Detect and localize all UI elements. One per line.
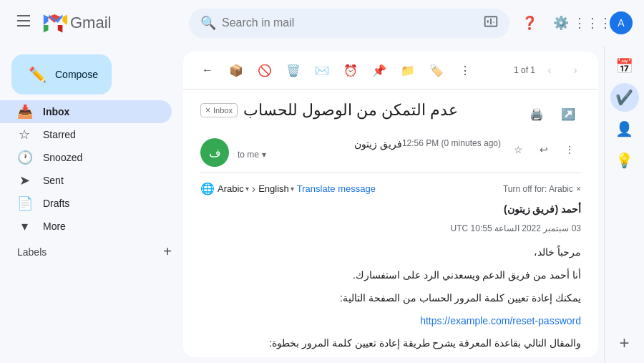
drafts-icon: 📄 — [17, 195, 31, 211]
sidebar-item-label: Drafts — [43, 198, 160, 209]
clock-button[interactable]: ⏰ — [338, 57, 364, 83]
search-bar[interactable]: 🔍 — [189, 9, 509, 38]
to-language-selector[interactable]: English ▾ — [258, 183, 294, 194]
settings-button[interactable]: ⚙️ — [547, 9, 575, 37]
external-link-button[interactable]: ↗️ — [555, 101, 581, 127]
sender-details-chevron[interactable]: ▾ — [262, 150, 266, 160]
reply-button[interactable]: ↩ — [532, 138, 555, 161]
star-message-button[interactable]: ☆ — [507, 138, 530, 161]
email-toolbar: ← 📦 🚫 🗑️ ✉️ ⏰ 📌 📁 🏷️ ⋮ 1 of 1 ‹ › — [183, 52, 598, 89]
body-p2: يمكنك إعادة تعيين كلمة المرور الحساب من … — [200, 290, 581, 307]
body-date: 03 سبتمبر 2022 الساعة 10:55 UTC — [200, 221, 581, 236]
sidebar-item-label: Starred — [43, 129, 160, 140]
sidebar-item-drafts[interactable]: 📄 Drafts — [0, 192, 172, 215]
email-subject: عدم التمكن من الوصول للحساب Inbox × — [200, 101, 458, 120]
subject-text: عدم التمكن من الوصول للحساب — [243, 101, 458, 120]
search-icon: 🔍 — [200, 15, 216, 31]
snooze-icon: 🕐 — [17, 150, 31, 165]
main-layout: ✏️ Compose 📥 Inbox ☆ Starred 🕐 Snoozed ➤… — [0, 46, 644, 363]
sidebar-item-label: Inbox — [43, 106, 160, 117]
from-language-selector[interactable]: Arabic ▾ — [218, 183, 249, 194]
svg-rect-1 — [17, 20, 30, 21]
apps-button[interactable]: ⋮⋮⋮ — [578, 9, 607, 37]
inbox-icon: 📥 — [17, 104, 31, 120]
compose-label: Compose — [55, 69, 98, 80]
translate-arrow: › — [252, 183, 255, 195]
sidebar-item-label: Snoozed — [43, 152, 160, 163]
pin-button[interactable]: 📌 — [366, 57, 392, 83]
tasks-panel-icon[interactable]: ✔️ — [610, 83, 639, 112]
sidebar-item-label: More — [43, 221, 160, 232]
search-options-icon[interactable] — [484, 14, 498, 32]
email-header-actions: 🖨️ ↗️ — [524, 101, 581, 127]
turn-off-close-icon[interactable]: × — [576, 184, 581, 194]
labels-title: Labels — [17, 246, 47, 258]
right-panel: 📅 ✔️ 👤 💡 + — [604, 46, 644, 363]
sender-name: فريق زيتون — [238, 138, 402, 150]
labels-section: Labels + — [0, 238, 183, 263]
message-time: 12:56 PM (0 minutes ago) — [402, 138, 501, 148]
help-button[interactable]: ❓ — [515, 9, 544, 37]
sidebar-item-sent[interactable]: ➤ Sent — [0, 169, 172, 192]
turn-off-translation-button[interactable]: Turn off for: Arabic × — [503, 184, 581, 194]
sender-info: فريق زيتون to me ▾ — [238, 138, 402, 160]
compose-icon: ✏️ — [29, 66, 47, 83]
from-lang-chevron: ▾ — [245, 185, 249, 193]
more-actions-button[interactable]: ⋮ — [452, 57, 478, 83]
star-icon: ☆ — [17, 127, 31, 142]
message-container: ف فريق زيتون to me ▾ 12:56 PM (0 minutes… — [183, 132, 598, 357]
avatar[interactable]: A — [610, 11, 633, 34]
email-body: أحمد (فريق زيتون) 03 سبتمبر 2022 الساعة … — [200, 201, 581, 357]
more-icon: ▾ — [17, 218, 31, 234]
to-label: to me — [238, 150, 259, 160]
turn-off-text: Turn off for: Arabic — [503, 184, 573, 194]
add-label-button[interactable]: + — [163, 243, 172, 260]
email-button[interactable]: ✉️ — [309, 57, 335, 83]
next-email-button[interactable]: › — [564, 59, 587, 82]
search-input[interactable] — [222, 16, 478, 29]
sidebar: ✏️ Compose 📥 Inbox ☆ Starred 🕐 Snoozed ➤… — [0, 46, 183, 363]
body-p1: أنا أحمد من فريق الدعم ويسعدني الرد على … — [200, 267, 581, 284]
translate-message-link[interactable]: Translate message — [297, 183, 376, 194]
email-area: ← 📦 🚫 🗑️ ✉️ ⏰ 📌 📁 🏷️ ⋮ 1 of 1 ‹ › عدم ال… — [183, 52, 598, 357]
sidebar-item-starred[interactable]: ☆ Starred — [0, 123, 172, 146]
menu-icon[interactable] — [11, 9, 36, 37]
add-panel-icon[interactable]: + — [610, 329, 639, 357]
from-lang-text: Arabic — [218, 183, 244, 194]
spam-button[interactable]: 🚫 — [252, 57, 278, 83]
print-button[interactable]: 🖨️ — [524, 101, 550, 127]
translate-icon: 🌐 — [200, 182, 215, 195]
to-lang-chevron: ▾ — [291, 185, 294, 193]
translate-bar: 🌐 Arabic ▾ › English ▾ Translate message… — [200, 179, 581, 201]
topbar-left: Gmail — [11, 9, 183, 37]
sidebar-item-snoozed[interactable]: 🕐 Snoozed — [0, 146, 172, 169]
label-button[interactable]: 🏷️ — [424, 57, 449, 83]
back-button[interactable]: ← — [195, 57, 220, 83]
prev-email-button[interactable]: ‹ — [538, 59, 561, 82]
archive-button[interactable]: 📦 — [223, 57, 249, 83]
topbar: Gmail 🔍 ❓ ⚙️ ⋮⋮⋮ A — [0, 0, 644, 46]
sidebar-item-label: Sent — [43, 175, 160, 186]
calendar-panel-icon[interactable]: 📅 — [610, 52, 639, 80]
delete-button[interactable]: 🗑️ — [280, 57, 306, 83]
email-header: عدم التمكن من الوصول للحساب Inbox × 🖨️ ↗… — [183, 89, 598, 132]
inbox-tag-label: Inbox — [213, 106, 233, 115]
send-icon: ➤ — [17, 173, 31, 188]
gmail-logo: Gmail — [42, 14, 111, 33]
folder-button[interactable]: 📁 — [395, 57, 421, 83]
to-lang-text: English — [258, 183, 289, 194]
body-link1[interactable]: https://example.com/reset-password — [420, 315, 581, 326]
more-message-actions-button[interactable]: ⋮ — [558, 138, 581, 161]
compose-button[interactable]: ✏️ Compose — [11, 54, 112, 95]
sender-to: to me ▾ — [238, 150, 402, 160]
contacts-panel-icon[interactable]: 👤 — [610, 115, 639, 143]
sender-avatar: ف — [200, 138, 229, 167]
topbar-right: ❓ ⚙️ ⋮⋮⋮ A — [515, 9, 633, 37]
message-header: ف فريق زيتون to me ▾ 12:56 PM (0 minutes… — [200, 132, 581, 173]
inbox-tag: Inbox × — [200, 103, 238, 117]
keep-panel-icon[interactable]: 💡 — [610, 146, 639, 175]
svg-rect-2 — [17, 25, 30, 26]
inbox-tag-close[interactable]: × — [205, 105, 210, 115]
sidebar-item-more[interactable]: ▾ More — [0, 215, 172, 238]
sidebar-item-inbox[interactable]: 📥 Inbox — [0, 100, 172, 123]
